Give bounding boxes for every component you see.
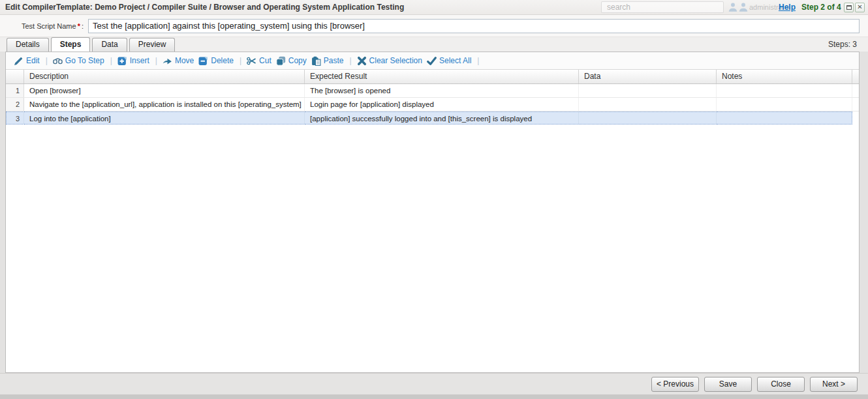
toolbar-button-label: Go To Step [65, 56, 104, 65]
tab-preview[interactable]: Preview [129, 38, 176, 52]
table-header-row: DescriptionExpected ResultDataNotes [6, 69, 859, 84]
maximize-icon [846, 5, 852, 10]
toolbar-paste-button[interactable]: Paste [311, 56, 344, 66]
toolbar-edit-button[interactable]: Edit [14, 56, 40, 66]
table-row[interactable]: 3Log into the [application][application]… [6, 111, 859, 125]
step-indicator: Step 2 of 4 [801, 3, 841, 12]
user-avatar-icon [728, 2, 738, 12]
toolbar-button-label: Edit [26, 56, 40, 65]
toolbar-go-to-step-button[interactable]: Go To Step [53, 56, 104, 66]
cell-notes [717, 84, 852, 97]
cell-notes [717, 98, 852, 111]
test-script-name-row: Test Script Name*: [0, 15, 868, 37]
cell-expected-result: The [browser] is opened [305, 84, 579, 97]
toolbar-divider: | [240, 56, 241, 65]
background-search-input: search [601, 1, 724, 13]
test-script-name-input[interactable] [88, 19, 860, 33]
required-marker: * [78, 22, 80, 30]
cell-data [579, 111, 717, 125]
toolbar-button-label: Select All [439, 56, 471, 65]
cell-data [579, 84, 717, 97]
copy-icon [276, 56, 286, 66]
move-arrow-icon [163, 56, 172, 66]
close-button[interactable]: ✕ [855, 3, 865, 12]
wizard-footer: < PreviousSaveCloseNext > [0, 373, 868, 394]
toolbar-insert-button[interactable]: Insert [117, 56, 149, 66]
toolbar-copy-button[interactable]: Copy [276, 56, 307, 66]
delete-page-icon [198, 56, 208, 66]
edit-template-dialog: Edit CompilerTemplate: Demo Project / Co… [0, 0, 868, 399]
toolbar-clear-selection-button[interactable]: Clear Selection [357, 56, 422, 66]
cell-description: Navigate to the [application_url], appli… [24, 98, 305, 111]
toolbar-divider: | [110, 56, 112, 65]
row-number: 3 [6, 111, 24, 125]
close-icon: ✕ [857, 4, 862, 10]
header-spacer [852, 70, 859, 83]
row-number: 2 [6, 98, 24, 111]
help-link[interactable]: Help [779, 3, 796, 12]
row-number: 1 [6, 84, 24, 97]
cell-description: Open [browser] [24, 84, 305, 97]
toolbar-divider: | [477, 56, 479, 65]
toolbar-move-button[interactable]: Move [163, 56, 194, 66]
maximize-button[interactable] [844, 3, 854, 12]
toolbar-button-label: Clear Selection [369, 56, 422, 65]
toolbar-button-label: Move [175, 56, 194, 65]
scissors-icon [247, 56, 256, 66]
cell-notes [717, 111, 852, 125]
save-button[interactable]: Save [704, 377, 752, 392]
steps-panel: Edit|Go To Step|Insert|MoveDelete|CutCop… [5, 52, 860, 373]
insert-page-icon [117, 56, 127, 66]
toolbar-button-label: Cut [259, 56, 271, 65]
checkmark-icon [427, 56, 437, 66]
row-spacer [852, 98, 859, 111]
tab-details[interactable]: Details [7, 38, 49, 52]
cell-description: Log into the [application] [24, 111, 305, 125]
binoculars-icon [53, 56, 63, 66]
user-avatar-icon [738, 2, 749, 12]
toolbar-button-label: Insert [130, 56, 149, 65]
bottom-strip [0, 394, 868, 399]
close-button[interactable]: Close [757, 377, 805, 392]
toolbar-button-label: Delete [211, 56, 234, 65]
cell-expected-result: [application] successfully logged into a… [305, 111, 579, 125]
toolbar-divider: | [46, 56, 48, 65]
dialog-title-bar: Edit CompilerTemplate: Demo Project / Co… [0, 0, 868, 15]
column-header-expected-result: Expected Result [305, 70, 579, 83]
tab-bar: DetailsStepsDataPreview Steps: 3 [0, 37, 868, 52]
row-spacer [852, 84, 859, 97]
table-body: 1Open [browser]The [browser] is opened2N… [6, 84, 859, 125]
pencil-icon [14, 56, 23, 66]
table-row[interactable]: 1Open [browser]The [browser] is opened [6, 84, 859, 98]
column-header-description: Description [24, 70, 305, 83]
test-script-name-label: Test Script Name*: [5, 22, 84, 30]
table-row[interactable]: 2Navigate to the [application_url], appl… [6, 98, 859, 111]
toolbar-divider: | [349, 56, 351, 65]
cell-data [579, 98, 717, 111]
steps-count: Steps: 3 [828, 40, 857, 49]
cell-expected-result: Login page for [application] displayed [305, 98, 579, 111]
dialog-title: Edit CompilerTemplate: Demo Project / Co… [5, 3, 404, 12]
steps-toolbar: Edit|Go To Step|Insert|MoveDelete|CutCop… [6, 52, 859, 69]
tab-steps[interactable]: Steps [51, 37, 91, 52]
row-spacer [852, 111, 859, 125]
toolbar-button-label: Copy [288, 56, 307, 65]
toolbar-button-label: Paste [324, 56, 344, 65]
toolbar-cut-button[interactable]: Cut [247, 56, 271, 66]
toolbar-select-all-button[interactable]: Select All [427, 56, 471, 66]
column-header-notes: Notes [717, 70, 852, 83]
toolbar-delete-button[interactable]: Delete [198, 56, 234, 66]
previous-button[interactable]: < Previous [651, 377, 699, 392]
row-number-header [6, 70, 24, 83]
toolbar-divider: | [155, 56, 157, 65]
clear-x-icon [357, 56, 367, 66]
tab-data[interactable]: Data [92, 38, 127, 52]
column-header-data: Data [579, 70, 717, 83]
paste-icon [311, 56, 321, 66]
background-search-placeholder: search [607, 3, 630, 12]
next-button[interactable]: Next > [810, 377, 858, 392]
